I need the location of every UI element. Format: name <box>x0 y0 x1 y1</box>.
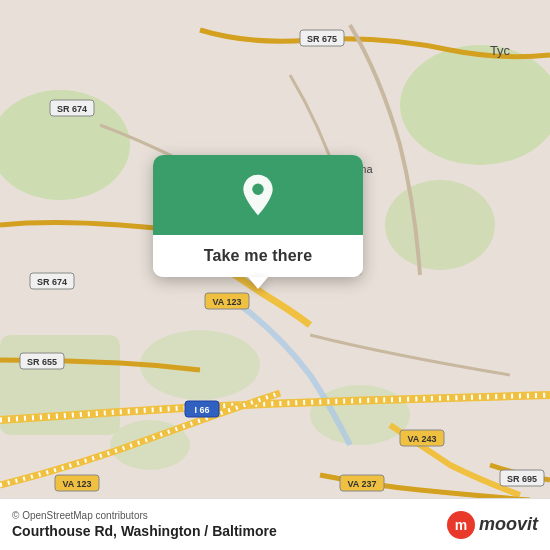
svg-point-1 <box>400 45 550 165</box>
svg-text:SR 675: SR 675 <box>307 34 337 44</box>
svg-text:VA 123: VA 123 <box>62 479 91 489</box>
svg-text:VA 237: VA 237 <box>347 479 376 489</box>
svg-point-29 <box>252 184 263 195</box>
location-text: Courthouse Rd, Washington / Baltimore <box>12 523 277 539</box>
svg-text:I 66: I 66 <box>194 405 209 415</box>
bottom-left: © OpenStreetMap contributors Courthouse … <box>12 510 277 539</box>
svg-text:SR 674: SR 674 <box>57 104 87 114</box>
popup-tail <box>248 277 268 289</box>
popup-map-area <box>153 155 363 235</box>
svg-text:SR 674: SR 674 <box>37 277 67 287</box>
svg-text:m: m <box>455 517 467 533</box>
svg-text:SR 695: SR 695 <box>507 474 537 484</box>
svg-text:Tyc: Tyc <box>490 43 511 58</box>
take-me-there-button[interactable]: Take me there <box>153 235 363 277</box>
bottom-bar: © OpenStreetMap contributors Courthouse … <box>0 498 550 550</box>
popup-card: Take me there <box>153 155 363 277</box>
svg-text:VA 123: VA 123 <box>212 297 241 307</box>
moovit-logo[interactable]: m moovit <box>447 511 538 539</box>
svg-text:SR 655: SR 655 <box>27 357 57 367</box>
map-container: SR 675 SR 674 SR 674 SR 655 VA 123 VA 12… <box>0 0 550 550</box>
svg-point-2 <box>385 180 495 270</box>
location-pin-icon <box>236 173 280 217</box>
moovit-text: moovit <box>479 514 538 535</box>
svg-text:VA 243: VA 243 <box>407 434 436 444</box>
copyright-text: © OpenStreetMap contributors <box>12 510 277 521</box>
moovit-icon: m <box>447 511 475 539</box>
